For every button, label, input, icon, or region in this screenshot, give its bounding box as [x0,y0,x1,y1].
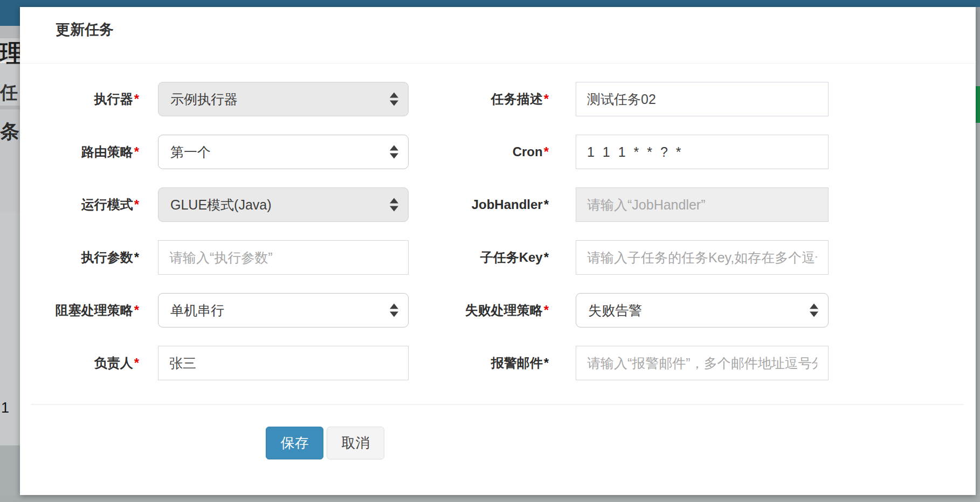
cancel-button[interactable]: 取消 [327,427,384,459]
form-row: 执行参数* 子任务Key* [20,240,976,275]
job-desc-input[interactable] [576,82,829,116]
select-updown-icon [390,198,398,212]
route-strategy-label: 路由策略* [20,143,139,161]
save-button[interactable]: 保存 [266,427,323,459]
background-green-fragment [976,86,980,123]
required-asterisk: * [134,197,139,212]
glue-type-select[interactable]: GLUE模式(Java) [158,187,409,222]
fail-strategy-label: 失败处理策略* [409,302,549,319]
background-right-edge [976,0,980,502]
jobhandler-label: JobHandler* [409,197,549,212]
background-navbar-fragment [0,0,20,26]
exec-param-input[interactable] [158,240,409,275]
fail-strategy-select[interactable]: 失败告警 [576,293,829,327]
job-desc-label: 任务描述* [409,90,549,108]
background-left-edge: 理 任 条 1 [0,0,20,502]
select-updown-icon [810,304,818,317]
cron-input[interactable] [576,135,829,169]
author-input[interactable] [158,346,409,380]
update-task-dialog: 更新任务 执行器* 示例执行器 任务描述* 路 [20,7,976,495]
child-jobkey-label: 子任务Key* [409,249,549,266]
background-clipped-text: 条 [0,118,19,145]
required-asterisk: * [544,303,549,317]
required-asterisk: * [544,355,549,370]
alarm-email-label: 报警邮件* [409,354,549,372]
form-row: 路由策略* 第一个 Cron* [20,135,976,169]
alarm-email-input[interactable] [576,346,829,380]
form-row: 阻塞处理策略* 单机串行 失败处理策略* 失败告警 [20,293,976,327]
background-bottom-edge [0,496,980,502]
required-asterisk: * [134,144,139,159]
form-row: 执行器* 示例执行器 任务描述* [20,82,976,116]
dialog-title: 更新任务 [56,20,114,39]
required-asterisk: * [544,92,549,106]
required-asterisk: * [544,250,549,264]
route-strategy-select[interactable]: 第一个 [158,135,409,169]
dialog-header: 更新任务 [20,7,976,64]
background-page-number: 1 [1,400,9,416]
background-clipped-text: 任 [0,81,18,105]
form-divider [31,404,964,405]
form-row: 负责人* 报警邮件* [20,346,976,380]
required-asterisk: * [544,197,549,212]
exec-param-label: 执行参数* [20,249,139,266]
select-updown-icon [390,145,398,159]
cron-label: Cron* [409,144,549,159]
executor-select[interactable]: 示例执行器 [158,82,409,116]
select-updown-icon [390,93,398,106]
form-row: 运行模式* GLUE模式(Java) JobHandler* [20,187,976,222]
required-asterisk: * [544,144,549,159]
author-label: 负责人* [20,354,139,372]
select-updown-icon [390,304,398,317]
glue-type-label: 运行模式* [20,196,139,213]
block-strategy-label: 阻塞处理策略* [20,302,139,319]
required-asterisk: * [134,250,139,264]
block-strategy-select[interactable]: 单机串行 [158,293,409,327]
required-asterisk: * [134,355,139,370]
child-jobkey-input[interactable] [576,240,829,275]
required-asterisk: * [134,303,139,317]
executor-label: 执行器* [20,90,139,108]
required-asterisk: * [134,92,139,106]
update-task-form: 执行器* 示例执行器 任务描述* 路由策略* [20,82,976,399]
jobhandler-input[interactable] [576,187,829,222]
background-navbar [0,0,980,7]
